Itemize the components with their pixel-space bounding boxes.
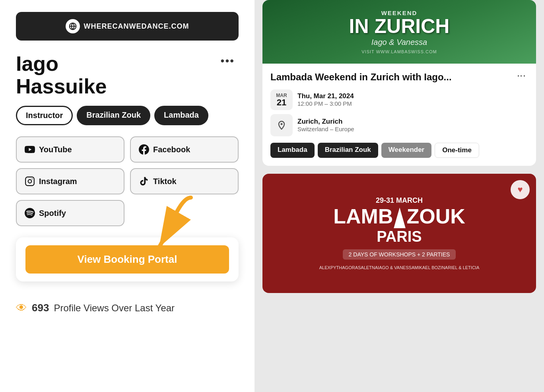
profile-tags: Instructor Brazilian Zouk Lambada — [16, 106, 239, 125]
tiktok-icon — [139, 176, 149, 186]
facebook-icon — [139, 144, 149, 155]
lambazouk-performers: ALEX PYTHAGORAS ALETNA IAGO & VANESSA MI… — [319, 265, 479, 270]
instagram-icon — [25, 176, 35, 186]
event-day: 21 — [275, 98, 288, 107]
performer-1: ALEX — [319, 265, 330, 270]
profile-views-label: Profile Views Over Last Year — [54, 303, 175, 314]
left-panel: WHERECANWEDANCE.COM Iago Hassuike ••• In… — [0, 0, 255, 392]
favorite-button[interactable]: ♥ — [511, 180, 530, 199]
website-url: WHERECANWEDANCE.COM — [84, 22, 189, 31]
lambazouk-workshops: 2 DAYS OF WORKSHOPS + 2 PARTIES — [343, 249, 456, 260]
website-banner: WHERECANWEDANCE.COM — [16, 12, 239, 41]
tag-lambada: Lambada — [154, 106, 208, 125]
profile-views: 👁 693 Profile Views Over Last Year — [16, 293, 239, 322]
facebook-label: Facebook — [153, 145, 190, 154]
booking-portal-wrapper: View Booking Portal — [16, 237, 239, 281]
facebook-button[interactable]: Facebook — [130, 136, 239, 163]
event-image-weekend: WEEKEND — [349, 10, 450, 16]
website-icon — [66, 19, 80, 33]
lambazouk-content: 29-31 MARCH LAMBZOUK PARIS 2 DAYS OF WOR… — [311, 188, 487, 278]
svg-marker-6 — [394, 208, 406, 228]
instagram-button[interactable]: Instagram — [16, 168, 124, 194]
tiktok-button[interactable]: Tiktok — [130, 168, 239, 194]
event-region: Switzerland – Europe — [297, 126, 354, 132]
event-datetime-info: Thu, Mar 21, 2024 12:00 PM – 3:00 PM — [297, 92, 354, 107]
event-body-lambada: Lambada Weekend in Zurich with Iago... ⋮… — [262, 64, 536, 166]
youtube-label: YouTube — [39, 145, 72, 154]
svg-point-2 — [28, 180, 32, 183]
event-more-button[interactable]: ⋮ — [515, 72, 528, 81]
event-tags: Lambada Brazilian Zouk Weekender One-tim… — [270, 143, 528, 158]
event-image-title: IN ZURICH — [349, 16, 450, 36]
event-details: MAR 21 Thu, Mar 21, 2024 12:00 PM – 3:00… — [270, 89, 528, 136]
social-links-grid: YouTube Facebook Instagram — [16, 136, 239, 226]
performer-3: ALETNA — [361, 265, 378, 270]
spotify-label: Spotify — [39, 209, 66, 218]
event-location-row: Zurich, Zurich Switzerland – Europe — [270, 114, 528, 136]
spotify-button[interactable]: Spotify — [16, 200, 124, 226]
svg-rect-1 — [25, 177, 34, 186]
youtube-button[interactable]: YouTube — [16, 136, 124, 163]
event-date-text: Thu, Mar 21, 2024 — [297, 92, 354, 100]
instagram-label: Instagram — [39, 177, 77, 186]
tiktok-label: Tiktok — [153, 177, 177, 186]
svg-point-5 — [281, 123, 283, 125]
event-image-names: Iago & Vanessa — [349, 38, 450, 47]
event-time-text: 12:00 PM – 3:00 PM — [297, 100, 354, 107]
event-date-row: MAR 21 Thu, Mar 21, 2024 12:00 PM – 3:00… — [270, 89, 528, 110]
event-tag-weekender: Weekender — [381, 143, 431, 158]
event-card-lambada-weekend: WEEKEND IN ZURICH Iago & Vanessa VISIT W… — [262, 0, 536, 166]
event-location-info: Zurich, Zurich Switzerland – Europe — [297, 118, 354, 132]
event-city: Zurich, Zurich — [297, 118, 354, 126]
event-image-zurich: WEEKEND IN ZURICH Iago & Vanessa VISIT W… — [262, 0, 536, 64]
event-tag-bzouk: Brazilian Zouk — [318, 143, 378, 158]
date-badge: MAR 21 — [270, 89, 293, 110]
lambazouk-title: LAMBZOUK — [319, 207, 479, 228]
event-title: Lambada Weekend in Zurich with Iago... — [270, 72, 452, 83]
event-image-overlay: WEEKEND IN ZURICH Iago & Vanessa VISIT W… — [349, 10, 450, 54]
right-panel: WEEKEND IN ZURICH Iago & Vanessa VISIT W… — [255, 0, 544, 392]
event-dates: 29-31 MARCH — [319, 196, 479, 205]
tag-brazilian-zouk: Brazilian Zouk — [77, 106, 150, 125]
svg-point-3 — [32, 179, 33, 179]
tag-instructor: Instructor — [16, 106, 73, 125]
location-icon — [270, 114, 293, 136]
event-title-row: Lambada Weekend in Zurich with Iago... ⋮ — [270, 72, 528, 83]
booking-popup: View Booking Portal — [16, 237, 239, 281]
event-tag-lambada: Lambada — [270, 143, 315, 158]
view-booking-portal-button[interactable]: View Booking Portal — [25, 245, 229, 274]
lambazouk-city: PARIS — [319, 228, 479, 245]
event-card-lambazouk-paris: ♥ 29-31 MARCH LAMBZOUK PARIS 2 DAYS OF W… — [262, 174, 536, 293]
performer-6: ARIEL & LETICIA — [445, 265, 479, 270]
performer-2: PYTHAGORAS — [330, 265, 361, 270]
profile-views-count: 693 — [32, 302, 49, 314]
eye-icon: 👁 — [16, 301, 27, 314]
more-options-button[interactable]: ••• — [217, 52, 239, 69]
performer-4: IAGO & VANESSA — [378, 265, 414, 270]
youtube-icon — [25, 144, 35, 155]
event-image-url: VISIT WWW.LAMBASWISS.COM — [349, 49, 450, 54]
event-tag-onetime: One-time — [435, 143, 479, 158]
profile-name: Iago Hassuike — [16, 52, 107, 98]
profile-header: Iago Hassuike ••• — [16, 52, 239, 98]
performer-5: MIKAEL BOZIN — [414, 265, 445, 270]
spotify-icon — [25, 208, 35, 218]
